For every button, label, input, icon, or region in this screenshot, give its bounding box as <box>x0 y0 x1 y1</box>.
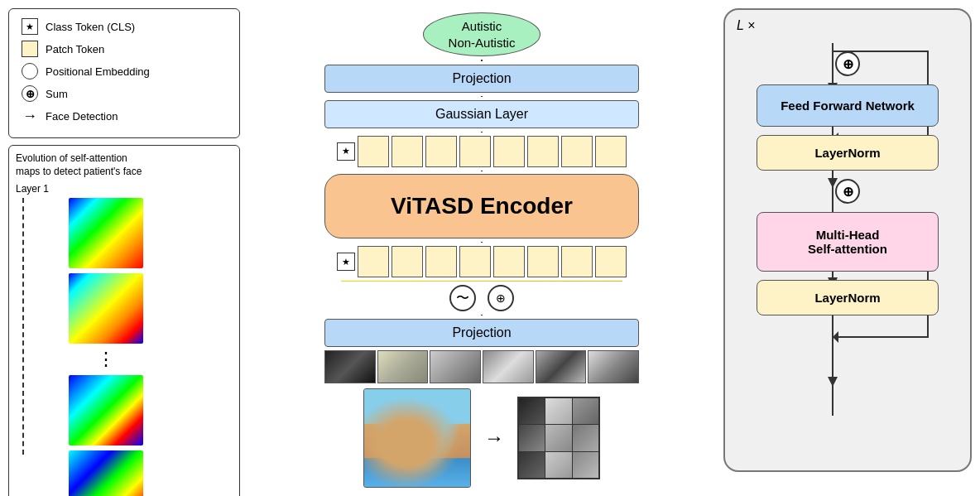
legend-label-patch: Patch Token <box>46 43 104 55</box>
face-strip <box>324 350 639 383</box>
patch-token-b5 <box>493 246 525 277</box>
connector-3 <box>481 132 483 132</box>
patch-token-b1 <box>358 246 389 277</box>
arrow-icon: → <box>21 107 39 125</box>
grid-cell-1 <box>519 398 545 424</box>
grid-cell-4 <box>519 425 545 450</box>
legend-item-facedetect: → Face Detection <box>21 107 228 125</box>
layernorm-top-box: LayerNorm <box>757 135 939 171</box>
output-label: Autistic Non-Autistic <box>449 19 516 50</box>
gaussian-layer-bar: Gaussian Layer <box>324 100 639 128</box>
face-thumb-2 <box>377 350 429 383</box>
patch-token-b4 <box>459 246 491 277</box>
grid-cell-6 <box>573 425 598 450</box>
legend-label-cls: Class Token (CLS) <box>46 21 135 33</box>
star-icon: ★ <box>21 17 39 36</box>
connector-5 <box>481 242 483 243</box>
patch-token-6 <box>527 136 559 167</box>
patch-token-8 <box>595 136 627 167</box>
layernorm-bottom-label: LayerNorm <box>814 291 880 305</box>
right-panel: L × <box>723 8 972 488</box>
encoder-label: ViTASD Encoder <box>391 193 573 219</box>
legend-item-posemb: Positional Embedding <box>21 62 228 80</box>
connector-6 <box>481 315 483 315</box>
mha-label: Multi-Head Self-attention <box>808 228 887 256</box>
connector-4 <box>481 171 483 171</box>
sum-icon: ⊕ <box>21 84 39 103</box>
patch-token-b3 <box>425 246 457 277</box>
svg-marker-2 <box>833 331 838 343</box>
evolution-box: Evolution of self-attention maps to dete… <box>8 145 240 496</box>
bottom-section: → <box>363 388 600 488</box>
layernorm-top-label: LayerNorm <box>814 146 880 160</box>
wave-icon: 〜 <box>449 285 476 311</box>
patch-row-top: ★ <box>337 136 627 167</box>
output-ellipse: Autistic Non-Autistic <box>423 12 541 56</box>
l-label: L × <box>737 18 755 33</box>
projection-top-label: Projection <box>452 71 511 85</box>
grid-cell-5 <box>545 425 571 450</box>
patch-token-3 <box>425 136 457 167</box>
heatmap-4 <box>69 450 143 496</box>
heatmap-1 <box>69 198 143 268</box>
grid-cell-8 <box>545 452 571 478</box>
patch-token-5 <box>493 136 525 167</box>
legend-box: ★ Class Token (CLS) Patch Token Position… <box>8 8 240 138</box>
patch-token-1 <box>358 136 389 167</box>
sum-top: ⊕ <box>835 51 860 76</box>
encoder-box: ViTASD Encoder <box>324 174 639 238</box>
sum-middle: ⊕ <box>835 179 860 204</box>
left-panel: ★ Class Token (CLS) Patch Token Position… <box>8 8 240 488</box>
patch-token-7 <box>561 136 593 167</box>
patch-token-2 <box>392 136 423 167</box>
middle-panel: Autistic Non-Autistic Projection Gaussia… <box>248 8 715 488</box>
projection-bottom-label: Projection <box>452 325 511 339</box>
legend-item-sum: ⊕ Sum <box>21 84 228 103</box>
layer-start-label: Layer 1 <box>16 183 233 195</box>
grid-cell-2 <box>545 398 571 424</box>
detection-arrow: → <box>484 426 504 450</box>
positional-embedding-icon <box>21 62 39 80</box>
connector-1 <box>481 60 483 61</box>
legend-label-facedetect: Face Detection <box>46 110 118 123</box>
svg-marker-6 <box>828 377 838 387</box>
face-thumb-5 <box>536 350 587 383</box>
connector-2 <box>481 96 483 97</box>
dots: ⋮ <box>69 349 143 370</box>
patch-token-b8 <box>595 246 627 277</box>
transformer-box: L × <box>723 8 972 472</box>
cls-token-top: ★ <box>337 142 355 161</box>
evolution-title: Evolution of self-attention maps to dete… <box>16 152 233 178</box>
patch-token-b7 <box>561 246 593 277</box>
baby-photo <box>363 388 471 488</box>
grid-cell-7 <box>519 452 545 478</box>
face-thumb-6 <box>588 350 639 383</box>
icons-row: 〜 ⊕ <box>449 285 514 311</box>
legend-item-cls: ★ Class Token (CLS) <box>21 17 228 36</box>
face-grid <box>517 397 600 479</box>
patch-icon <box>21 40 39 58</box>
legend-item-patch: Patch Token <box>21 40 228 58</box>
gaussian-layer-label: Gaussian Layer <box>435 107 528 121</box>
mha-box: Multi-Head Self-attention <box>757 212 939 272</box>
projection-top-bar: Projection <box>324 65 639 93</box>
cls-token-bottom: ★ <box>337 253 355 271</box>
patch-token-b6 <box>527 246 559 277</box>
grid-cell-3 <box>573 398 598 424</box>
ffn-box: Feed Forward Network <box>757 84 939 127</box>
patch-row-bottom: ★ <box>337 246 627 277</box>
yellow-bar <box>341 281 622 282</box>
heatmap-3 <box>69 375 143 445</box>
patch-token-4 <box>459 136 491 167</box>
face-thumb-4 <box>483 350 534 383</box>
sum-icon-middle: ⊕ <box>488 285 514 311</box>
layernorm-bottom-box: LayerNorm <box>757 280 939 315</box>
grid-cell-9 <box>573 452 598 478</box>
face-thumb-3 <box>430 350 481 383</box>
legend-label-posemb: Positional Embedding <box>46 65 150 78</box>
legend-label-sum: Sum <box>46 88 68 100</box>
patch-token-b2 <box>392 246 423 277</box>
face-thumb-1 <box>324 350 376 383</box>
ffn-label: Feed Forward Network <box>781 99 915 113</box>
projection-bottom-bar: Projection <box>324 319 639 347</box>
